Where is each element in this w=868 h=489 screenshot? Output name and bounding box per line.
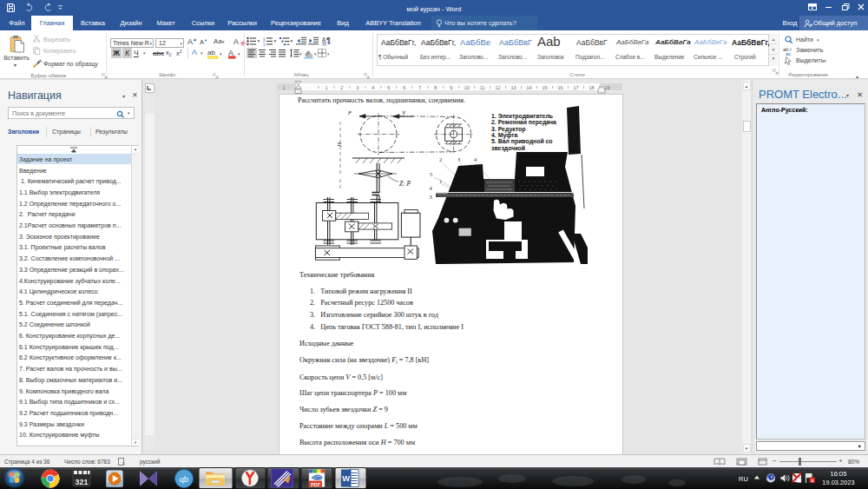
svg-text:V: V	[402, 109, 406, 116]
svg-text:2: 2	[439, 156, 442, 162]
svg-text:x: x	[122, 460, 125, 466]
svg-text:5: 5	[430, 171, 432, 177]
svg-text:321: 321	[75, 478, 88, 486]
svg-text:H: H	[336, 142, 343, 148]
svg-text:3: 3	[457, 156, 460, 162]
svg-text:16:05: 16:05	[831, 470, 847, 478]
svg-text:F: F	[347, 109, 352, 116]
svg-text:4: 4	[430, 185, 433, 191]
svg-text:qb: qb	[180, 474, 189, 484]
svg-text:3: 3	[430, 194, 432, 200]
svg-text:звездочкой: звездочкой	[491, 145, 525, 152]
svg-text:PDF: PDF	[311, 482, 321, 487]
svg-text:Z: P: Z: P	[399, 180, 411, 188]
svg-text:19.03.2023: 19.03.2023	[822, 479, 855, 486]
svg-text:W: W	[342, 473, 350, 483]
svg-text:RU: RU	[739, 475, 748, 483]
svg-text:4: 4	[474, 156, 477, 162]
